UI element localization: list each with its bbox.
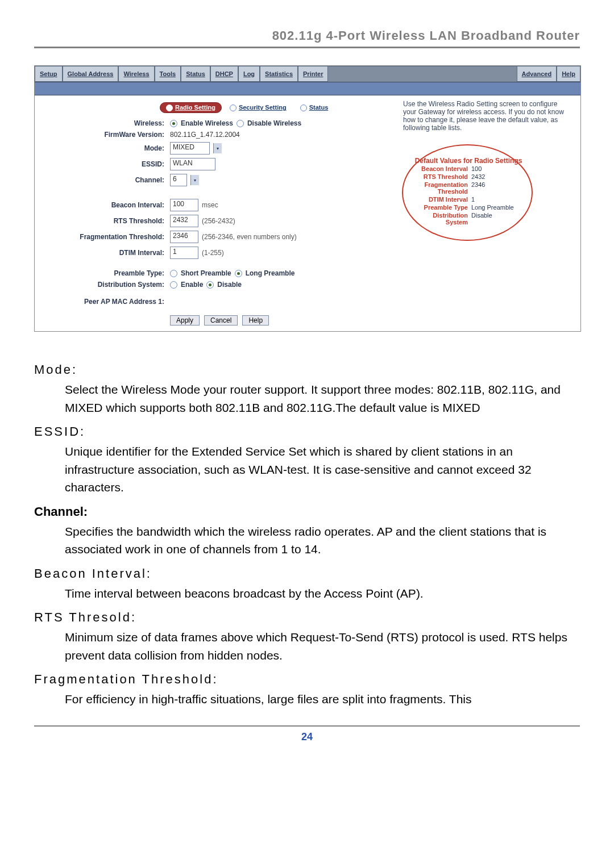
- page-header: 802.11g 4-Port Wireless LAN Broadband Ro…: [34, 23, 580, 48]
- rts-label: RTS Threshold:: [35, 217, 170, 225]
- tab-help[interactable]: Help: [557, 66, 580, 82]
- para-beacon: Time interval between beacons broadcast …: [65, 585, 580, 603]
- def-label: Fragmentation Threshold: [411, 181, 471, 195]
- sub-tabs: Radio Setting Security Setting Status: [35, 98, 399, 118]
- enable-wireless-radio[interactable]: [170, 120, 177, 127]
- essid-label: ESSID:: [35, 160, 170, 168]
- frag-hint: (256-2346, even numbers only): [202, 233, 297, 241]
- dtim-input[interactable]: 1: [170, 247, 198, 259]
- long-preamble-radio[interactable]: [235, 270, 242, 277]
- tab-tools[interactable]: Tools: [155, 66, 181, 82]
- document-body: Mode: Select the Wireless Mode your rout…: [34, 349, 580, 708]
- def-value: 1: [471, 196, 475, 203]
- router-admin-screenshot: Setup Global Address Wireless Tools Stat…: [34, 65, 581, 332]
- def-value: 2346: [471, 181, 485, 195]
- para-rts: Minimum size of data frames above which …: [65, 628, 580, 664]
- defaults-title: Default Values for Radio Settings: [411, 157, 526, 165]
- def-value: 2432: [471, 173, 485, 180]
- def-value: 100: [471, 165, 482, 172]
- fw-value: 802.11G_1.47.12.2004: [170, 131, 240, 139]
- def-label: RTS Threshold: [411, 173, 471, 180]
- tab-global-address[interactable]: Global Address: [63, 66, 119, 82]
- tab-status[interactable]: Status: [181, 66, 210, 82]
- def-label: Preamble Type: [411, 204, 471, 211]
- para-frag: For efficiency in high-traffic situation…: [65, 690, 580, 708]
- def-label: Beacon Interval: [411, 165, 471, 172]
- dist-enable-text: Enable: [181, 281, 203, 289]
- frag-input[interactable]: 2346: [170, 231, 198, 243]
- peer-label: Peer AP MAC Address 1:: [35, 298, 170, 306]
- help-button[interactable]: Help: [242, 315, 269, 326]
- def-label: DTIM Interval: [411, 196, 471, 203]
- tab-statistics[interactable]: Statistics: [260, 66, 298, 82]
- dtim-label: DTIM Interval:: [35, 249, 170, 257]
- page-number: 24: [34, 725, 580, 743]
- essid-input[interactable]: WLAN: [170, 158, 215, 170]
- apply-button[interactable]: Apply: [170, 315, 200, 326]
- chevron-down-icon[interactable]: ▾: [190, 175, 199, 185]
- para-mode: Select the Wireless Mode your router sup…: [65, 381, 580, 416]
- def-value: Disable: [471, 212, 492, 226]
- dist-disable-text: Disable: [217, 281, 242, 289]
- help-text: Use the Wireless Radio Setting screen to…: [402, 100, 572, 139]
- short-preamble-radio[interactable]: [170, 270, 177, 277]
- beacon-input[interactable]: 100: [170, 199, 198, 211]
- dtim-hint: (1-255): [202, 249, 224, 257]
- def-value: Long Preamble: [471, 204, 514, 211]
- dist-label: Distribution System:: [35, 281, 170, 289]
- dist-disable-radio[interactable]: [206, 281, 214, 289]
- short-preamble-text: Short Preamble: [181, 269, 231, 277]
- beacon-hint: msec: [202, 201, 218, 209]
- tab-advanced[interactable]: Advanced: [517, 66, 557, 82]
- wireless-label: Wireless:: [35, 119, 170, 127]
- subtab-security-setting[interactable]: Security Setting: [224, 103, 292, 112]
- main-tabs: Setup Global Address Wireless Tools Stat…: [35, 66, 580, 82]
- subtab-status[interactable]: Status: [294, 103, 334, 112]
- tab-setup[interactable]: Setup: [35, 66, 63, 82]
- beacon-label: Beacon Interval:: [35, 201, 170, 209]
- term-rts: RTS Thresold:: [34, 610, 580, 625]
- mode-select[interactable]: MIXED: [170, 142, 210, 155]
- term-essid: ESSID:: [34, 424, 580, 439]
- channel-select[interactable]: 6: [170, 174, 187, 186]
- tab-wireless[interactable]: Wireless: [118, 66, 154, 82]
- defaults-oval: Default Values for Radio Settings Beacon…: [402, 144, 533, 241]
- para-essid: Unique identifier for the Extended Servi…: [65, 443, 580, 496]
- rts-input[interactable]: 2432: [170, 215, 198, 227]
- rts-hint: (256-2432): [202, 217, 235, 225]
- cancel-button[interactable]: Cancel: [204, 315, 238, 326]
- tab-dhcp[interactable]: DHCP: [210, 66, 238, 82]
- term-mode: Mode:: [34, 362, 580, 377]
- term-beacon: Beacon Interval:: [34, 566, 580, 581]
- disable-wireless-radio[interactable]: [237, 120, 244, 127]
- enable-wireless-text: Enable Wireless: [181, 119, 233, 127]
- disable-wireless-text: Disable Wireless: [247, 119, 301, 127]
- tab-printer[interactable]: Printer: [298, 66, 328, 82]
- long-preamble-text: Long Preamble: [246, 269, 295, 277]
- dist-enable-radio[interactable]: [170, 281, 177, 289]
- tab-log[interactable]: Log: [238, 66, 260, 82]
- para-channel: Specifies the bandwidth which the wirele…: [65, 523, 580, 558]
- def-label: Distribution System: [411, 212, 471, 226]
- mode-label: Mode:: [35, 144, 170, 152]
- channel-label: Channel:: [35, 176, 170, 184]
- term-channel: Channel:: [34, 504, 580, 519]
- preamble-label: Preamble Type:: [35, 269, 170, 277]
- chevron-down-icon[interactable]: ▾: [213, 143, 222, 153]
- term-frag: Fragmentation Threshold:: [34, 672, 580, 687]
- fw-label: FirmWare Version:: [35, 131, 170, 139]
- frag-label: Fragmentation Threshold:: [35, 233, 170, 241]
- subtab-radio-setting[interactable]: Radio Setting: [160, 102, 222, 113]
